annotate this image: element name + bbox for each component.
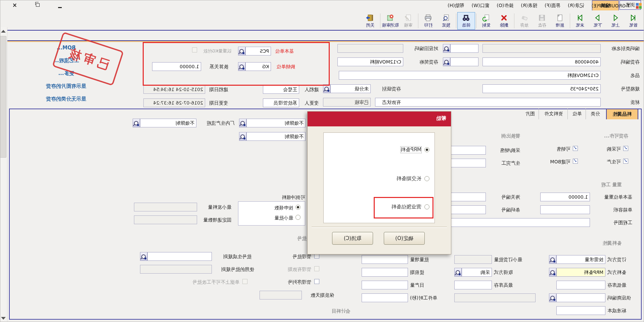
- order-mode-field[interactable]: 按需求量: [556, 255, 605, 264]
- tab-images[interactable]: 图片: [521, 109, 539, 119]
- bom-allowed-checkbox[interactable]: [573, 159, 578, 164]
- link-show-unclassified[interactable]: 显示无分类的存货: [26, 96, 106, 102]
- link-show-with-image[interactable]: 显示有图片的存货: [26, 83, 106, 89]
- lead-time-field[interactable]: [362, 268, 408, 277]
- mrp-prepare-radio[interactable]: [424, 147, 429, 152]
- box-volume-field[interactable]: [540, 205, 590, 214]
- filter-button[interactable]: 筛选: [457, 12, 475, 30]
- print-button[interactable]: 打印: [419, 12, 437, 30]
- close-icon[interactable]: ×: [12, 2, 17, 8]
- max-stock-field[interactable]: [454, 281, 492, 289]
- obtain-mode-field[interactable]: 采购: [462, 268, 492, 277]
- batch-rule-field[interactable]: [147, 252, 212, 261]
- flow-field-3[interactable]: 不做限制: [246, 132, 306, 141]
- manage-serial-checkbox[interactable]: [314, 279, 319, 284]
- min-stock-field[interactable]: [556, 281, 605, 289]
- last-record-button[interactable]: 末笔: [571, 12, 589, 30]
- prepare-mode-field[interactable]: MRP备料: [556, 268, 605, 277]
- lookup-button[interactable]: [443, 57, 450, 66]
- mrp-prepare-label[interactable]: MRP备料: [401, 147, 421, 153]
- drawing-no-field[interactable]: [449, 218, 590, 227]
- new-button[interactable]: 新增: [551, 12, 569, 30]
- item-name-field[interactable]: Cr12MOV精料: [339, 71, 601, 80]
- restore-icon[interactable]: [36, 3, 40, 7]
- tab-item-properties[interactable]: 料品属性: [606, 109, 638, 119]
- lookup-button[interactable]: [239, 132, 246, 141]
- tab-classification[interactable]: 分类: [587, 109, 604, 119]
- menu-item-window[interactable]: 窗口(W): [468, 2, 493, 10]
- level-field[interactable]: 未分级: [330, 84, 371, 93]
- supplier-code-field[interactable]: [556, 293, 605, 302]
- by-apply-radio[interactable]: [295, 205, 301, 210]
- min-batch-radio[interactable]: [295, 215, 301, 220]
- daily-output-field[interactable]: [362, 281, 408, 289]
- item-abbr-combo[interactable]: [450, 57, 478, 66]
- close-form-button[interactable]: 关闭: [361, 12, 379, 30]
- lookup-button[interactable]: [454, 268, 462, 277]
- menu-item-report[interactable]: 报表(R): [517, 2, 541, 10]
- lookup-button[interactable]: [133, 119, 140, 127]
- item-abbr-field[interactable]: Cr12MOV精料: [337, 57, 403, 66]
- preview-button[interactable]: 预览: [437, 12, 455, 30]
- dialog-separator: [312, 227, 447, 228]
- material-field[interactable]: [375, 98, 601, 107]
- prepare-mode-label: 备料方式: [607, 269, 639, 275]
- batch-rule-label: 批号生成规则: [223, 253, 251, 259]
- magnifier-icon: [456, 270, 460, 275]
- lookup-button[interactable]: [549, 293, 556, 302]
- ok-button[interactable]: 确定(O): [384, 232, 425, 245]
- code-category-combo[interactable]: [450, 44, 478, 53]
- flow-field-1[interactable]: 不做限制: [246, 119, 306, 127]
- long-lead-prepare-radio[interactable]: [424, 176, 429, 181]
- copy-button[interactable]: 复制: [477, 12, 495, 30]
- lookup-button[interactable]: [239, 119, 246, 127]
- menu-item-record[interactable]: 记录(R): [564, 2, 588, 10]
- first-record-button[interactable]: 首笔: [625, 12, 642, 30]
- toolbar-separator: [476, 13, 476, 28]
- cancel-button[interactable]: 取消(C): [332, 232, 373, 245]
- copy-doc-icon: [482, 13, 491, 22]
- backflush-label: 可倒冲领料: [282, 194, 305, 200]
- lookup-button[interactable]: [140, 252, 147, 261]
- menu-item-help[interactable]: 帮助(H): [444, 2, 467, 10]
- dialog-close-icon[interactable]: ×: [312, 115, 446, 121]
- old-code-field[interactable]: [337, 44, 403, 53]
- lookup-button[interactable]: [443, 44, 450, 53]
- long-lead-prepare-label[interactable]: 长交期备料: [396, 175, 421, 182]
- drawing-no-label: 工程图号: [613, 219, 632, 226]
- shelf-days-field[interactable]: [260, 291, 302, 299]
- menu-item-ui[interactable]: 界面(F): [541, 2, 564, 10]
- sellable-checkbox[interactable]: [573, 146, 578, 151]
- purchasable-checkbox[interactable]: [623, 146, 628, 151]
- toolbar-divider: [0, 30, 644, 31]
- delete-button[interactable]: 删除: [495, 12, 513, 30]
- scrollbar-thumb[interactable]: [0, 36, 6, 158]
- prev-record-button[interactable]: 上笔: [607, 12, 625, 30]
- item-code-field[interactable]: 40040008: [482, 57, 601, 66]
- create-date-label: 建档日期: [209, 86, 228, 92]
- save-floppy-icon: [538, 13, 547, 22]
- flow-field-2[interactable]: 不做限制: [140, 119, 196, 127]
- annotation-box-option: [374, 197, 433, 218]
- spec-field[interactable]: 250*240*35: [482, 84, 601, 93]
- vertical-scrollbar[interactable]: [0, 27, 7, 322]
- tab-data-files[interactable]: 资料文件: [540, 109, 568, 119]
- scroll-down-icon[interactable]: [1, 317, 6, 320]
- menu-item-erp[interactable]: T-GROUP ERP(E): [588, 2, 633, 9]
- scroll-up-icon[interactable]: [1, 30, 6, 33]
- lookup-button[interactable]: [549, 255, 556, 264]
- dialog-titlebar[interactable]: 帮助 ×: [308, 112, 451, 126]
- std-cost-field[interactable]: [556, 306, 605, 315]
- base-weight-field[interactable]: 1.00000: [540, 193, 590, 201]
- unit-hours-field[interactable]: [362, 293, 408, 302]
- producible-checkbox[interactable]: [623, 159, 628, 164]
- code-category-field[interactable]: [482, 44, 601, 53]
- lookup-button[interactable]: [549, 268, 556, 277]
- next-record-button[interactable]: 下笔: [589, 12, 607, 30]
- batch-incr-field[interactable]: [362, 255, 408, 264]
- item-code-label: 存货编码: [621, 59, 640, 65]
- tab-units[interactable]: 单位: [568, 109, 586, 119]
- menu-item-operate[interactable]: 操作(O): [493, 2, 517, 10]
- minimize-icon[interactable]: [58, 7, 62, 8]
- cancel-audit-button[interactable]: 取消审核: [381, 12, 399, 30]
